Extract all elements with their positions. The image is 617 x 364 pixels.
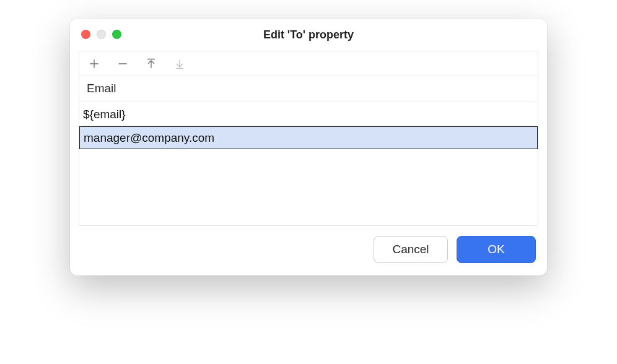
list-rows: ${email} manager@company.com bbox=[79, 102, 538, 149]
ok-button[interactable]: OK bbox=[457, 236, 536, 263]
zoom-window-button[interactable] bbox=[112, 30, 121, 39]
add-icon[interactable] bbox=[87, 56, 102, 71]
dialog-window: Edit 'To' property Email $ bbox=[70, 19, 547, 275]
remove-icon[interactable] bbox=[115, 56, 130, 71]
list-toolbar bbox=[79, 51, 538, 75]
dialog-title: Edit 'To' property bbox=[263, 28, 354, 41]
list-body: ${email} manager@company.com bbox=[79, 102, 538, 225]
list-panel: Email ${email} manager@company.com bbox=[79, 51, 538, 226]
dialog-content: Email ${email} manager@company.com Cance… bbox=[70, 51, 547, 275]
table-row[interactable]: manager@company.com bbox=[79, 126, 538, 150]
column-header-email[interactable]: Email bbox=[79, 75, 538, 102]
window-controls bbox=[81, 30, 121, 39]
move-down-icon[interactable] bbox=[172, 56, 187, 71]
table-row[interactable]: ${email} bbox=[79, 102, 538, 126]
minimize-window-button[interactable] bbox=[97, 30, 106, 39]
cancel-button[interactable]: Cancel bbox=[374, 236, 448, 263]
titlebar: Edit 'To' property bbox=[70, 19, 547, 51]
dialog-footer: Cancel OK bbox=[79, 226, 538, 267]
move-up-icon[interactable] bbox=[144, 56, 159, 71]
close-window-button[interactable] bbox=[81, 30, 90, 39]
